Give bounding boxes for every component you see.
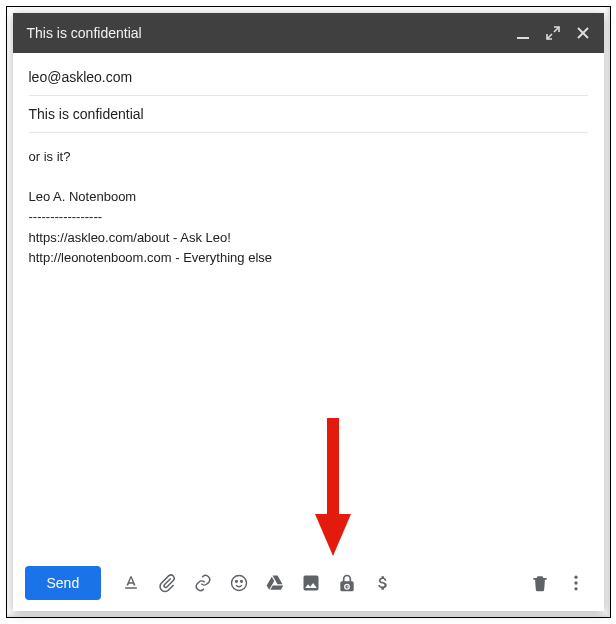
send-button[interactable]: Send bbox=[25, 566, 102, 600]
svg-point-8 bbox=[236, 581, 238, 583]
discard-icon[interactable] bbox=[524, 567, 556, 599]
header-fields: leo@askleo.com This is confidential bbox=[13, 53, 604, 133]
close-icon[interactable] bbox=[576, 26, 590, 40]
body-line: Leo A. Notenboom bbox=[29, 187, 588, 207]
screenshot-frame: This is confidential leo@askleo.com Thi bbox=[6, 6, 611, 618]
body-line: ----------------- bbox=[29, 207, 588, 227]
svg-point-9 bbox=[241, 581, 243, 583]
link-icon[interactable] bbox=[187, 567, 219, 599]
svg-point-10 bbox=[574, 576, 577, 579]
body-line bbox=[29, 167, 588, 187]
expand-icon[interactable] bbox=[546, 26, 560, 40]
confidential-mode-icon[interactable] bbox=[331, 567, 363, 599]
message-body[interactable]: or is it? Leo A. Notenboom -------------… bbox=[13, 133, 604, 555]
titlebar-controls bbox=[516, 26, 590, 40]
body-line: or is it? bbox=[29, 147, 588, 167]
subject-field[interactable]: This is confidential bbox=[29, 96, 588, 133]
drive-icon[interactable] bbox=[259, 567, 291, 599]
attach-icon[interactable] bbox=[151, 567, 183, 599]
svg-point-12 bbox=[574, 587, 577, 590]
body-line: https://askleo.com/about - Ask Leo! bbox=[29, 228, 588, 248]
titlebar: This is confidential bbox=[13, 13, 604, 53]
formatting-icon[interactable] bbox=[115, 567, 147, 599]
money-icon[interactable] bbox=[367, 567, 399, 599]
compose-window: This is confidential leo@askleo.com Thi bbox=[13, 13, 604, 611]
body-line: http://leonotenboom.com - Everything els… bbox=[29, 248, 588, 268]
bottom-toolbar: Send bbox=[13, 555, 604, 611]
minimize-icon[interactable] bbox=[516, 26, 530, 40]
svg-point-11 bbox=[574, 581, 577, 584]
window-title: This is confidential bbox=[27, 25, 516, 41]
insert-photo-icon[interactable] bbox=[295, 567, 327, 599]
to-field[interactable]: leo@askleo.com bbox=[29, 59, 588, 96]
more-options-icon[interactable] bbox=[560, 567, 592, 599]
svg-point-7 bbox=[232, 576, 247, 591]
emoji-icon[interactable] bbox=[223, 567, 255, 599]
